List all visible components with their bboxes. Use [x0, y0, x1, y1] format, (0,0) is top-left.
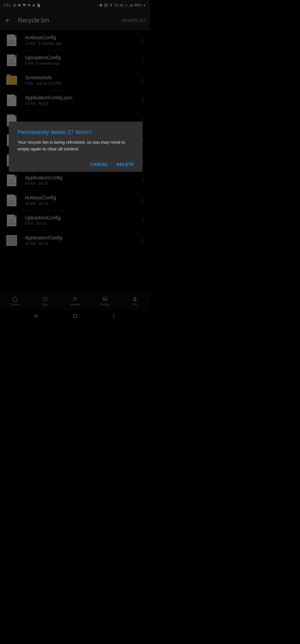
dialog-actions: CANCEL DELETE — [17, 162, 134, 167]
cancel-button[interactable]: CANCEL — [90, 162, 108, 167]
dialog-body: Your recycle bin is being refreshed, so … — [17, 139, 134, 152]
dialog-overlay[interactable]: Permanently delete 27 items? Your recycl… — [0, 0, 150, 322]
delete-button[interactable]: DELETE — [117, 162, 134, 167]
dialog-title: Permanently delete 27 items? — [17, 129, 134, 136]
confirm-dialog: Permanently delete 27 items? Your recycl… — [9, 122, 142, 172]
